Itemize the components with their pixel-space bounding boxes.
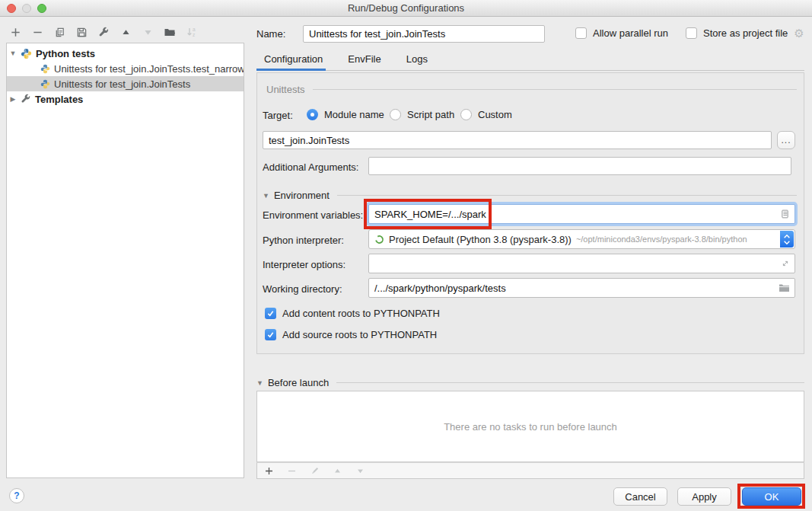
wrench-icon bbox=[21, 94, 31, 104]
tree-item-python-tests[interactable]: ▼ Python tests bbox=[7, 46, 244, 61]
python-icon bbox=[40, 64, 50, 74]
add-task-icon[interactable] bbox=[263, 465, 275, 477]
tab-logs[interactable]: Logs bbox=[406, 53, 428, 69]
tree-item-label: Templates bbox=[35, 94, 83, 105]
working-directory-field[interactable] bbox=[368, 278, 795, 298]
edit-env-vars-icon[interactable] bbox=[780, 209, 790, 219]
minimize-window-button bbox=[22, 4, 31, 13]
add-content-roots-label: Add content roots to PYTHONPATH bbox=[282, 308, 440, 319]
before-launch-section-header[interactable]: ▼ Before launch bbox=[256, 377, 804, 388]
target-label: Target: bbox=[263, 110, 293, 121]
zoom-window-button[interactable] bbox=[37, 4, 46, 13]
conda-env-icon bbox=[374, 235, 384, 244]
edit-templates-wrench-icon[interactable] bbox=[97, 26, 110, 38]
python-icon bbox=[21, 48, 32, 59]
tree-item-templates[interactable]: ▶ Templates bbox=[7, 91, 244, 107]
help-button[interactable]: ? bbox=[9, 488, 24, 503]
copy-configuration-icon[interactable] bbox=[53, 26, 65, 38]
python-icon bbox=[40, 79, 50, 89]
move-up-icon[interactable] bbox=[119, 26, 132, 38]
store-as-project-file-label: Store as project file bbox=[703, 27, 788, 39]
additional-arguments-label: Additional Arguments: bbox=[263, 161, 358, 173]
environment-variables-input[interactable] bbox=[374, 209, 789, 220]
tab-bar: Configuration EnvFile Logs bbox=[264, 53, 428, 69]
add-source-roots-checkbox[interactable]: Add source roots to PYTHONPATH bbox=[265, 329, 437, 340]
environment-section-title: Environment bbox=[274, 190, 330, 201]
expand-field-icon[interactable] bbox=[781, 259, 790, 268]
ok-button[interactable]: OK bbox=[742, 487, 801, 506]
allow-parallel-run-label: Allow parallel run bbox=[593, 27, 668, 39]
chevron-right-icon[interactable]: ▶ bbox=[7, 95, 19, 103]
tree-item-unittest-narrow[interactable]: Unittests for test_join.JoinTests.test_n… bbox=[7, 61, 244, 76]
target-field[interactable] bbox=[263, 131, 772, 149]
checkbox-box[interactable] bbox=[686, 27, 697, 39]
chevron-down-icon[interactable]: ▼ bbox=[7, 50, 19, 57]
combobox-stepper-icon[interactable] bbox=[780, 231, 794, 248]
create-folder-icon[interactable] bbox=[164, 26, 176, 38]
tab-envfile[interactable]: EnvFile bbox=[348, 53, 381, 69]
working-directory-label: Working directory: bbox=[263, 283, 342, 295]
interpreter-options-input[interactable] bbox=[374, 258, 789, 270]
cancel-button[interactable]: Cancel bbox=[613, 487, 667, 506]
environment-variables-field[interactable] bbox=[368, 204, 795, 224]
save-configuration-icon[interactable] bbox=[75, 26, 88, 38]
radio-selected[interactable] bbox=[307, 109, 318, 120]
radio-unselected[interactable] bbox=[390, 109, 401, 120]
target-input[interactable] bbox=[269, 135, 766, 146]
move-task-down-icon bbox=[354, 465, 366, 477]
name-input[interactable] bbox=[309, 28, 539, 40]
sort-configurations-icon: az bbox=[186, 26, 198, 38]
legend-rule bbox=[313, 89, 797, 90]
python-interpreter-combobox[interactable]: Project Default (Python 3.8 (pyspark-3.8… bbox=[368, 229, 795, 249]
radio-custom[interactable]: Custom bbox=[460, 109, 512, 120]
remove-configuration-icon[interactable] bbox=[31, 26, 43, 38]
name-field[interactable] bbox=[303, 25, 545, 43]
radio-module-name-label: Module name bbox=[324, 109, 384, 120]
close-window-button[interactable] bbox=[7, 4, 16, 13]
move-task-up-icon bbox=[331, 465, 343, 477]
before-launch-task-list: There are no tasks to run before launch bbox=[256, 391, 804, 462]
tab-separator bbox=[256, 70, 804, 71]
before-launch-toolbar bbox=[256, 462, 804, 479]
chevron-down-icon[interactable]: ▼ bbox=[263, 192, 269, 200]
checkbox-box[interactable] bbox=[575, 27, 587, 39]
browse-folder-icon[interactable] bbox=[779, 283, 790, 293]
interpreter-options-field[interactable] bbox=[368, 254, 795, 273]
configurations-toolbar: az bbox=[9, 24, 198, 40]
working-directory-input[interactable] bbox=[374, 283, 789, 294]
chevron-down-icon[interactable]: ▼ bbox=[256, 379, 263, 387]
browse-target-button[interactable]: ... bbox=[777, 131, 795, 149]
add-source-roots-label: Add source roots to PYTHONPATH bbox=[282, 329, 437, 340]
tree-item-label: Unittests for test_join.JoinTests bbox=[54, 78, 190, 90]
allow-parallel-run-checkbox[interactable]: Allow parallel run bbox=[575, 27, 668, 39]
environment-section-header[interactable]: ▼ Environment bbox=[263, 190, 797, 201]
radio-script-path-label: Script path bbox=[407, 109, 454, 120]
configurations-tree: ▼ Python tests Unittests for test_join.J… bbox=[6, 43, 244, 478]
run-debug-configurations-dialog: Run/Debug Configurations az ▼ Python tes bbox=[0, 0, 812, 511]
radio-module-name[interactable]: Module name bbox=[307, 109, 384, 120]
tree-item-label: Python tests bbox=[36, 48, 95, 59]
unittests-group-legend: Unittests bbox=[266, 84, 797, 95]
add-content-roots-checkbox[interactable]: Add content roots to PYTHONPATH bbox=[265, 308, 440, 319]
before-launch-empty-text: There are no tasks to run before launch bbox=[257, 391, 804, 461]
python-interpreter-label: Python interpreter: bbox=[263, 235, 344, 246]
additional-arguments-input[interactable] bbox=[374, 161, 785, 172]
store-as-project-file-checkbox[interactable]: Store as project file ⚙ bbox=[686, 27, 804, 39]
unittests-group-title: Unittests bbox=[266, 84, 305, 95]
remove-task-icon bbox=[285, 465, 298, 477]
radio-custom-label: Custom bbox=[478, 109, 512, 120]
additional-arguments-field[interactable] bbox=[368, 157, 791, 175]
python-interpreter-value: Project Default (Python 3.8 (pyspark-3.8… bbox=[389, 234, 572, 245]
window-title: Run/Debug Configurations bbox=[0, 0, 812, 16]
tab-configuration[interactable]: Configuration bbox=[264, 53, 323, 69]
before-launch-title: Before launch bbox=[268, 377, 329, 388]
add-configuration-icon[interactable] bbox=[9, 26, 21, 38]
radio-script-path[interactable]: Script path bbox=[390, 109, 454, 120]
apply-button[interactable]: Apply bbox=[677, 487, 731, 506]
interpreter-options-label: Interpreter options: bbox=[263, 259, 345, 270]
tree-item-unittest-jointests[interactable]: Unittests for test_join.JoinTests bbox=[7, 76, 244, 91]
checkbox-checked[interactable] bbox=[265, 308, 276, 319]
move-down-icon bbox=[142, 26, 154, 38]
radio-unselected[interactable] bbox=[460, 109, 472, 120]
checkbox-checked[interactable] bbox=[265, 329, 276, 340]
